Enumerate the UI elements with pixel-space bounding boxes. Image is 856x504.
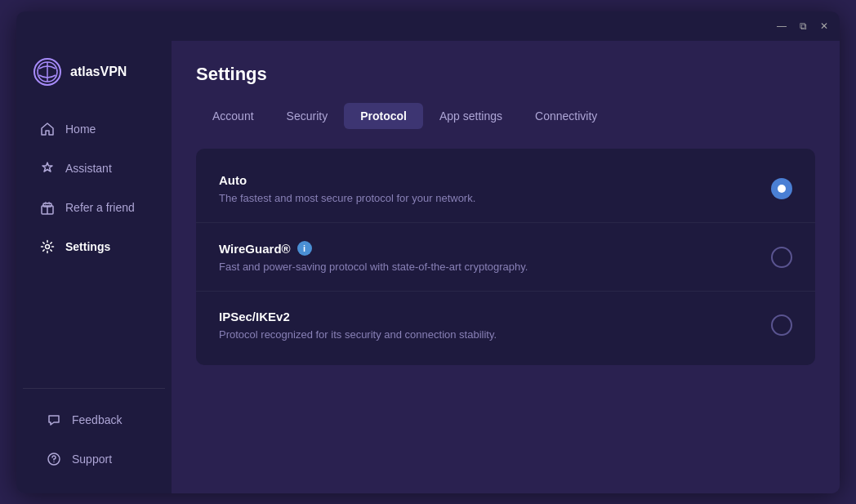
protocol-auto-name-text: Auto [219, 173, 247, 187]
sidebar-item-refer-label: Refer a friend [65, 201, 135, 214]
protocol-wireguard-info: WireGuard® i Fast and power-saving proto… [219, 241, 771, 273]
content-area: Settings Account Security Protocol App s… [172, 41, 840, 493]
protocol-auto-name-row: Auto [219, 173, 771, 187]
title-bar: — ⧉ ✕ [16, 11, 840, 41]
gift-icon [39, 199, 56, 216]
tab-account[interactable]: Account [196, 103, 270, 129]
protocol-auto-desc: The fastest and most secure protocol for… [219, 192, 771, 204]
protocol-auto[interactable]: Auto The fastest and most secure protoco… [196, 155, 815, 223]
support-icon [46, 451, 62, 467]
protocol-container: Auto The fastest and most secure protoco… [196, 149, 815, 365]
title-bar-controls: — ⧉ ✕ [776, 20, 830, 32]
tab-security[interactable]: Security [270, 103, 345, 129]
sidebar-item-refer[interactable]: Refer a friend [23, 190, 165, 225]
sidebar-item-support-label: Support [72, 453, 112, 466]
close-button[interactable]: ✕ [818, 20, 830, 32]
protocol-ipsec-name-text: IPSec/IKEv2 [219, 310, 290, 323]
svg-point-5 [46, 245, 50, 249]
tab-connectivity[interactable]: Connectivity [519, 103, 613, 129]
sidebar-item-settings[interactable]: Settings [23, 229, 165, 265]
assistant-icon [39, 160, 56, 176]
protocol-auto-info: Auto The fastest and most secure protoco… [219, 173, 771, 204]
protocol-ipsec-radio[interactable] [771, 314, 792, 336]
tabs-bar: Account Security Protocol App settings C… [196, 103, 815, 129]
page-title: Settings [196, 64, 815, 85]
sidebar-item-feedback-label: Feedback [72, 413, 122, 426]
sidebar: atlasVPN Home [16, 41, 172, 493]
logo-icon [33, 57, 62, 87]
app-window: — ⧉ ✕ atlasVPN [16, 11, 840, 493]
sidebar-item-assistant[interactable]: Assistant [23, 150, 165, 186]
protocol-ipsec-name-row: IPSec/IKEv2 [219, 310, 771, 323]
sidebar-item-home-label: Home [65, 123, 96, 136]
minimize-button[interactable]: — [776, 20, 787, 32]
logo-text: atlasVPN [70, 65, 127, 79]
wireguard-info-badge[interactable]: i [297, 241, 312, 256]
protocol-ipsec[interactable]: IPSec/IKEv2 Protocol recognized for its … [196, 292, 815, 359]
protocol-ipsec-desc: Protocol recognized for its security and… [219, 328, 771, 341]
tab-protocol[interactable]: Protocol [344, 103, 423, 129]
svg-point-7 [53, 462, 54, 462]
protocol-auto-radio[interactable] [771, 178, 792, 199]
bottom-nav: Feedback Support [23, 388, 165, 477]
main-layout: atlasVPN Home [16, 41, 840, 493]
protocol-ipsec-info: IPSec/IKEv2 Protocol recognized for its … [219, 310, 771, 341]
maximize-button[interactable]: ⧉ [797, 20, 809, 32]
protocol-wireguard-desc: Fast and power-saving protocol with stat… [219, 261, 771, 273]
protocol-wireguard-radio[interactable] [771, 247, 792, 268]
protocol-wireguard[interactable]: WireGuard® i Fast and power-saving proto… [196, 223, 815, 292]
settings-icon [39, 239, 56, 255]
home-icon [39, 121, 56, 137]
protocol-wireguard-name-text: WireGuard® [219, 242, 291, 256]
logo-area: atlasVPN [16, 57, 172, 111]
sidebar-item-feedback[interactable]: Feedback [29, 402, 158, 438]
sidebar-item-assistant-label: Assistant [65, 162, 112, 175]
protocol-wireguard-name-row: WireGuard® i [219, 241, 771, 256]
sidebar-item-home[interactable]: Home [23, 111, 165, 147]
sidebar-item-support[interactable]: Support [29, 441, 158, 477]
nav-items: Home Assistant [16, 111, 172, 388]
tab-app-settings[interactable]: App settings [423, 103, 519, 129]
sidebar-item-settings-label: Settings [65, 240, 110, 253]
feedback-icon [46, 412, 62, 428]
